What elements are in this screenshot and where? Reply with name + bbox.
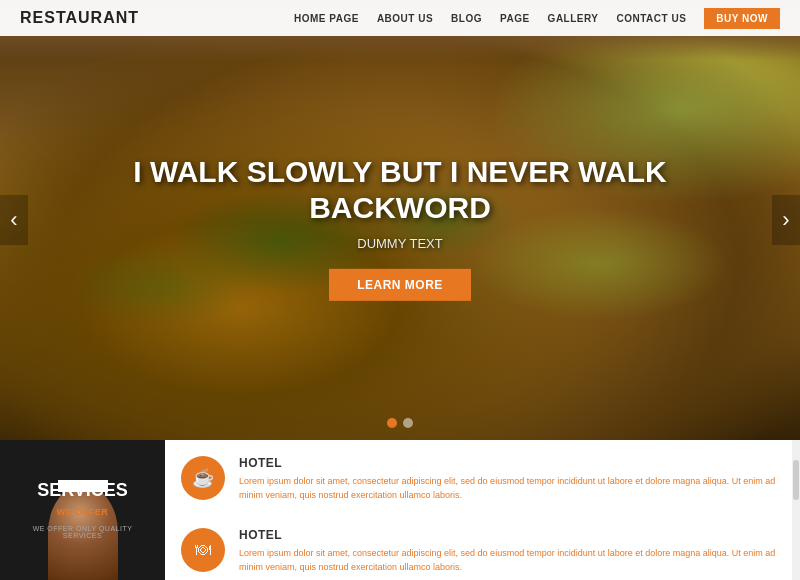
service-title-2: HOTEL <box>239 528 776 542</box>
service-item-2: 🍽 HOTEL Lorem ipsum dolor sit amet, cons… <box>181 520 776 574</box>
nav-about[interactable]: ABOUT US <box>377 13 433 24</box>
nav-home[interactable]: HOME PAGE <box>294 13 359 24</box>
learn-more-button[interactable]: Learn More <box>329 269 471 301</box>
header: RESTAURANT HOME PAGE ABOUT US BLOG PAGE … <box>0 0 800 36</box>
slider-dot-2[interactable] <box>403 418 413 428</box>
service-icon-wrap-1: ☕ <box>181 456 225 500</box>
services-list: ☕ HOTEL Lorem ipsum dolor sit amet, cons… <box>165 440 792 580</box>
logo: RESTAURANT <box>20 9 139 27</box>
navigation: HOME PAGE ABOUT US BLOG PAGE GALLERY CON… <box>294 8 780 29</box>
buy-now-button[interactable]: BUY NOW <box>704 8 780 29</box>
service-text-1: Lorem ipsum dolor sit amet, consectetur … <box>239 475 776 502</box>
fork-plate-icon: 🍽 <box>195 541 211 559</box>
services-panel: SERVICES WE OFFER WE OFFER ONLY QUALITY … <box>0 440 165 580</box>
service-text-2: Lorem ipsum dolor sit amet, consectetur … <box>239 547 776 574</box>
service-item-1: ☕ HOTEL Lorem ipsum dolor sit amet, cons… <box>181 448 776 502</box>
slider-next-arrow[interactable]: › <box>772 195 800 245</box>
slider-dot-1[interactable] <box>387 418 397 428</box>
service-icon-wrap-2: 🍽 <box>181 528 225 572</box>
service-content-2: HOTEL Lorem ipsum dolor sit amet, consec… <box>239 528 776 574</box>
nav-page[interactable]: PAGE <box>500 13 530 24</box>
services-panel-desc: WE OFFER ONLY QUALITY SERVICES <box>15 525 150 539</box>
slider-dots <box>387 418 413 428</box>
coffee-cup-icon: ☕ <box>192 467 214 489</box>
nav-blog[interactable]: BLOG <box>451 13 482 24</box>
chevron-right-icon: › <box>782 207 789 233</box>
nav-gallery[interactable]: GALLERY <box>548 13 599 24</box>
scrollbar-thumb[interactable] <box>793 460 799 500</box>
nav-contact[interactable]: CONTACT US <box>617 13 687 24</box>
hero-content: I WALK SLOWLY BUT I NEVER WALK BACKWORD … <box>120 154 680 301</box>
chevron-left-icon: ‹ <box>10 207 17 233</box>
services-section: SERVICES WE OFFER WE OFFER ONLY QUALITY … <box>0 440 800 580</box>
services-panel-title: SERVICES <box>15 481 150 501</box>
hero-title: I WALK SLOWLY BUT I NEVER WALK BACKWORD <box>120 154 680 226</box>
hero-subtitle: DUMMY TEXT <box>120 236 680 251</box>
service-content-1: HOTEL Lorem ipsum dolor sit amet, consec… <box>239 456 776 502</box>
scrollbar[interactable] <box>792 440 800 580</box>
slider-prev-arrow[interactable]: ‹ <box>0 195 28 245</box>
services-panel-subtitle: WE OFFER <box>15 507 150 517</box>
service-title-1: HOTEL <box>239 456 776 470</box>
hero-section: I WALK SLOWLY BUT I NEVER WALK BACKWORD … <box>0 0 800 440</box>
